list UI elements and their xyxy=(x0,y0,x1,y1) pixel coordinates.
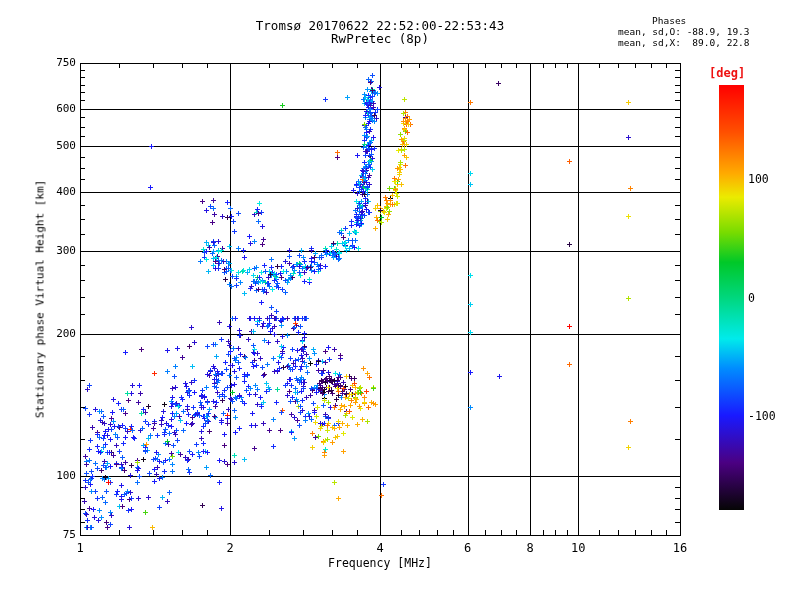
page-subtitle: RwPretec (8p) xyxy=(80,31,680,46)
colorbar-tick-label: -100 xyxy=(748,409,792,423)
x-tick-label: 2 xyxy=(212,541,248,555)
phase-stats-x-mode: mean, sd,X: 89.0, 22.8 xyxy=(618,37,788,48)
x-axis-title: Frequency [MHz] xyxy=(80,556,680,570)
phase-stats-o-mode: mean, sd,O: -88.9, 19.3 xyxy=(618,26,788,37)
x-tick-label: 6 xyxy=(450,541,486,555)
y-tick-label: 600 xyxy=(40,102,76,115)
y-tick-label: 300 xyxy=(40,244,76,257)
y-tick-label: 200 xyxy=(40,327,76,340)
phase-colorbar xyxy=(719,85,744,510)
y-tick-label: 500 xyxy=(40,139,76,152)
y-axis-title: Stationary phase Virtual Height [km] xyxy=(34,180,47,418)
phase-stats-heading: Phases xyxy=(618,15,788,26)
y-tick-label: 75 xyxy=(40,528,76,541)
y-tick-label: 750 xyxy=(40,56,76,69)
y-tick-label: 400 xyxy=(40,185,76,198)
ionogram-scatter-canvas xyxy=(0,0,800,600)
colorbar-tick-label: 100 xyxy=(748,172,792,186)
colorbar-tick-label: 0 xyxy=(748,291,792,305)
phase-stats-block: Phases mean, sd,O: -88.9, 19.3 mean, sd,… xyxy=(618,15,788,48)
colorbar-title: [deg] xyxy=(709,66,745,80)
x-tick-label: 8 xyxy=(512,541,548,555)
x-tick-label: 10 xyxy=(560,541,596,555)
x-tick-label: 1 xyxy=(62,541,98,555)
y-tick-label: 100 xyxy=(40,469,76,482)
x-tick-label: 16 xyxy=(662,541,698,555)
ionogram-page: Tromsø 20170622 22:52:00-22:53:43 RwPret… xyxy=(0,0,800,600)
x-tick-label: 4 xyxy=(362,541,398,555)
